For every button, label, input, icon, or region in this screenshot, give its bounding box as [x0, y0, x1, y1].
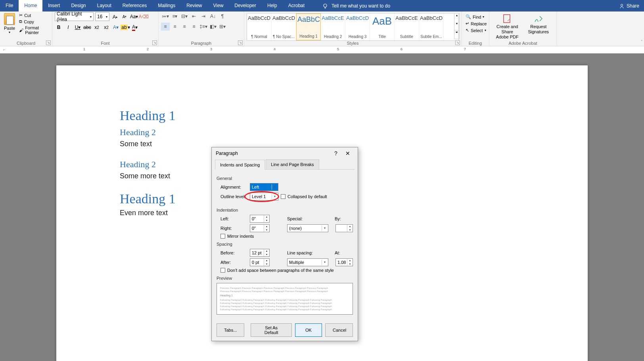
- copy-icon: ⧉: [19, 19, 22, 24]
- increase-indent-button[interactable]: ⇥: [199, 12, 208, 20]
- paste-icon: [4, 13, 15, 25]
- shrink-font-button[interactable]: A▾: [121, 13, 128, 21]
- mirror-indents-checkbox[interactable]: Mirror indents: [220, 234, 254, 239]
- paragraph-dialog-launcher[interactable]: ↘: [238, 40, 243, 45]
- style-heading-2[interactable]: AaBbCcEHeading 2: [321, 13, 345, 40]
- text-effects-button[interactable]: A▾: [112, 23, 120, 31]
- tab-review[interactable]: Review: [181, 0, 207, 11]
- doc-heading2-a[interactable]: Heading 2: [120, 127, 524, 138]
- align-right-button[interactable]: ≡: [180, 23, 189, 31]
- indent-left-spinner[interactable]: 0"▴▾: [250, 215, 270, 223]
- subscript-button[interactable]: x2: [93, 23, 101, 31]
- format-painter-button[interactable]: 🖌Format Painter: [18, 25, 50, 35]
- preview-prev-line: Previous Paragraph Previous Paragraph Pr…: [220, 290, 349, 293]
- tab-references[interactable]: References: [117, 0, 152, 11]
- dialog-buttons: Tabs... Set As Default OK Cancel: [212, 319, 358, 341]
- outline-level-combo[interactable]: Level 1▾: [250, 193, 278, 201]
- share-icon: [619, 3, 625, 9]
- align-left-button[interactable]: ≡: [161, 23, 170, 31]
- styles-scroll[interactable]: ▴▾⏷: [454, 13, 460, 39]
- collapse-ribbon-button[interactable]: ˇ: [641, 40, 642, 44]
- collapsed-checkbox[interactable]: Collapsed by default: [281, 194, 327, 199]
- strikethrough-button[interactable]: abc: [83, 23, 91, 31]
- tab-developer[interactable]: Developer: [229, 0, 262, 11]
- after-value: 0 pt: [252, 260, 259, 265]
- justify-button[interactable]: ≡: [190, 23, 198, 31]
- tab-line-page-breaks[interactable]: Line and Page Breaks: [266, 159, 319, 169]
- numbering-button[interactable]: ≡▾: [171, 12, 179, 20]
- tab-mailings[interactable]: Mailings: [152, 0, 181, 11]
- dont-add-space-checkbox[interactable]: Don't add space between paragraphs of th…: [220, 268, 334, 273]
- replace-button[interactable]: ↵Replace: [464, 21, 487, 27]
- dialog-help-button[interactable]: ?: [330, 150, 342, 157]
- set-default-button[interactable]: Set As Default: [251, 323, 292, 337]
- cut-button[interactable]: ✂Cut: [18, 12, 50, 18]
- by-spinner[interactable]: ▴▾: [335, 224, 353, 232]
- style-heading-1[interactable]: AaBbCcHeading 1: [296, 13, 321, 40]
- tab-file[interactable]: File: [0, 0, 19, 11]
- bullets-button[interactable]: ≔▾: [161, 12, 170, 20]
- align-center-button[interactable]: ≡: [171, 23, 179, 31]
- bold-button[interactable]: B: [55, 23, 63, 31]
- special-indent-combo[interactable]: (none)▾: [287, 224, 328, 232]
- underline-button[interactable]: U▾: [74, 23, 82, 31]
- indent-left-value: 0": [252, 216, 256, 221]
- after-spinner[interactable]: 0 pt▴▾: [250, 258, 270, 266]
- tab-indents-spacing[interactable]: Indents and Spacing: [215, 160, 265, 170]
- before-spinner[interactable]: 12 pt▴▾: [250, 249, 270, 257]
- horizontal-ruler[interactable]: ⌐ 1234567: [0, 46, 644, 53]
- style-subtle-em---[interactable]: AaBbCcDcSubtle Em...: [419, 13, 444, 40]
- multilevel-button[interactable]: ⊟▾: [180, 12, 189, 20]
- style---no-spac---[interactable]: AaBbCcDc¶ No Spac...: [272, 13, 296, 40]
- tab-view[interactable]: View: [208, 0, 229, 11]
- tab-layout[interactable]: Layout: [92, 0, 117, 11]
- grow-font-button[interactable]: A▴: [111, 13, 119, 21]
- line-spacing-button[interactable]: ‡≡▾: [199, 23, 208, 31]
- font-color-button[interactable]: A▾: [131, 23, 139, 31]
- show-marks-button[interactable]: ¶: [218, 12, 227, 20]
- at-spinner[interactable]: 1.08▴▾: [335, 258, 353, 266]
- ok-button[interactable]: OK: [295, 323, 322, 337]
- dialog-titlebar[interactable]: Paragraph ? ✕: [212, 147, 358, 159]
- style-title[interactable]: AaBTitle: [370, 13, 395, 40]
- shading-button[interactable]: ◧▾: [209, 23, 217, 31]
- style-subtitle[interactable]: AaBbCcESubtitle: [395, 13, 419, 40]
- alignment-combo[interactable]: Left▾: [250, 183, 278, 191]
- tabs-button[interactable]: Tabs...: [217, 323, 244, 337]
- style---normal[interactable]: AaBbCcDc¶ Normal: [247, 13, 272, 40]
- font-dialog-launcher[interactable]: ↘: [152, 40, 157, 45]
- font-size-combo[interactable]: 16▾: [95, 12, 109, 21]
- tab-insert[interactable]: Insert: [42, 0, 65, 11]
- change-case-button[interactable]: Aa▾: [130, 13, 138, 21]
- line-spacing-value: Multiple: [289, 260, 304, 265]
- italic-button[interactable]: I: [64, 23, 72, 31]
- tab-acrobat[interactable]: Acrobat: [283, 0, 310, 11]
- find-button[interactable]: 🔍Find▾: [464, 14, 487, 20]
- font-name-combo[interactable]: Calibri Light (Hea▾: [55, 12, 94, 21]
- tab-help[interactable]: Help: [262, 0, 283, 11]
- format-painter-label: Format Painter: [25, 25, 49, 35]
- indent-right-spinner[interactable]: 0"▴▾: [250, 224, 270, 232]
- superscript-button[interactable]: x2: [102, 23, 110, 31]
- tell-me-search[interactable]: Tell me what you want to do: [322, 3, 390, 9]
- clear-formatting-button[interactable]: A⌫: [140, 13, 148, 21]
- font-name-value: Calibri Light (Hea: [57, 11, 90, 22]
- copy-button[interactable]: ⧉Copy: [18, 19, 50, 25]
- borders-button[interactable]: ⊞▾: [218, 23, 227, 31]
- decrease-indent-button[interactable]: ⇤: [190, 12, 198, 20]
- highlight-button[interactable]: ab▾: [121, 23, 129, 31]
- font-size-value: 16: [97, 14, 102, 19]
- styles-dialog-launcher[interactable]: ↘: [455, 40, 460, 45]
- share-button[interactable]: Share: [619, 3, 639, 9]
- sort-button[interactable]: A↓: [209, 12, 217, 20]
- line-spacing-combo[interactable]: Multiple▾: [287, 258, 328, 266]
- dialog-close-button[interactable]: ✕: [342, 150, 354, 157]
- tab-design[interactable]: Design: [65, 0, 91, 11]
- doc-heading1-a[interactable]: Heading 1: [120, 108, 524, 123]
- tab-home[interactable]: Home: [19, 0, 42, 11]
- svg-rect-2: [504, 15, 510, 23]
- style-heading-3[interactable]: AaBbCcDHeading 3: [345, 13, 370, 40]
- cancel-button[interactable]: Cancel: [325, 323, 353, 337]
- select-button[interactable]: ↖Select▾: [464, 27, 487, 33]
- clipboard-dialog-launcher[interactable]: ↘: [46, 40, 51, 45]
